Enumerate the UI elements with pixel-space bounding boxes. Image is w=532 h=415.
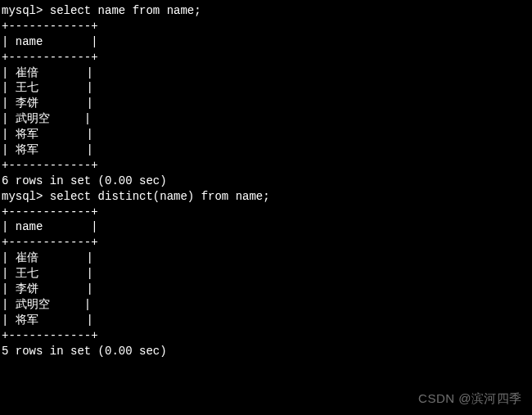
watermark-text: CSDN @滨河四季 <box>418 390 522 407</box>
result-line: | 将军 | <box>2 313 530 328</box>
result-line: | 李饼 | <box>2 96 530 111</box>
result-line: | 李饼 | <box>2 282 530 297</box>
result-line: | name | <box>2 34 530 50</box>
result-line: +------------+ <box>2 19 530 34</box>
result-line: +------------+ <box>2 205 530 220</box>
query-line: mysql> select name from name; <box>2 3 530 19</box>
summary-line: 5 rows in set (0.00 sec) <box>2 344 530 359</box>
result-line: | 将军 | <box>2 142 530 158</box>
result-line: | name | <box>2 219 530 235</box>
query-line: mysql> select distinct(name) from name; <box>2 189 530 205</box>
result-line: +------------+ <box>2 158 530 174</box>
result-line: | 崔倍 | <box>2 65 530 81</box>
result-line: +------------+ <box>2 328 530 344</box>
result-line: | 武明空 | <box>2 297 530 313</box>
terminal-output: mysql> select name from name;+----------… <box>2 3 530 359</box>
result-line: | 将军 | <box>2 127 530 142</box>
result-line: | 武明空 | <box>2 111 530 127</box>
result-line: +------------+ <box>2 50 530 65</box>
result-line: | 王七 | <box>2 80 530 96</box>
result-line: | 崔倍 | <box>2 250 530 266</box>
summary-line: 6 rows in set (0.00 sec) <box>2 174 530 189</box>
result-line: +------------+ <box>2 235 530 250</box>
result-line: | 王七 | <box>2 266 530 282</box>
